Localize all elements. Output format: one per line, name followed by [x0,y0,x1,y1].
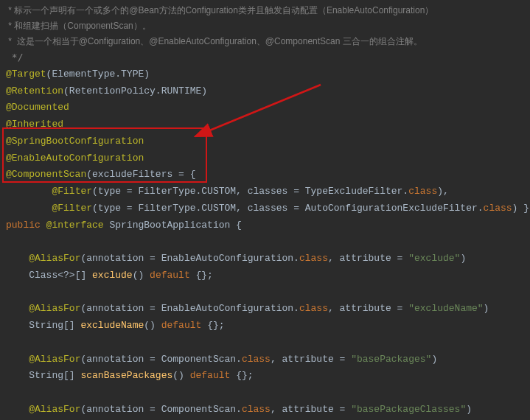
component-scan-annotation: @ComponentScan [6,169,86,180]
enable-autoconfig-line: @EnableAutoConfiguration [6,150,524,167]
aliasfor-annotation-1: @AliasFor [29,253,80,264]
aliasfor-excludename-line: @AliasFor(annotation = EnableAutoConfigu… [6,301,524,318]
comment-line-2: * 和组建扫描（ComponentScan）。 [6,18,524,34]
inherited-annotation: @Inherited [6,119,63,130]
aliasfor-basepackages-line: @AliasFor(annotation = ComponentScan.cla… [6,351,524,368]
enable-autoconfig-annotation: @EnableAutoConfiguration [6,153,144,164]
filter-line-2: @Filter(type = FilterType.CUSTOM, classe… [6,200,524,217]
filter-annotation-1: @Filter [52,186,92,197]
blank-line-4 [6,385,524,402]
component-scan-line: @ComponentScan(excludeFilters = { [6,167,524,183]
target-annotation-line: @Target(ElementType.TYPE) [6,66,524,83]
documented-annotation: @Documented [6,102,69,113]
scanbasepackages-method-line: String[] scanBasePackages() default {}; [6,368,524,385]
aliasfor-basepackageclasses-line: @AliasFor(annotation = ComponentScan.cla… [6,402,524,419]
blank-line-3 [6,335,524,351]
springboot-config-annotation: @SpringBootConfiguration [6,136,144,147]
documented-annotation-line: @Documented [6,99,524,116]
aliasfor-annotation-3: @AliasFor [29,354,80,365]
retention-annotation-line: @Retention(RetentionPolicy.RUNTIME) [6,83,524,100]
aliasfor-exclude-line: @AliasFor(annotation = EnableAutoConfigu… [6,251,524,267]
blank-line [6,234,524,251]
retention-annotation: @Retention [6,85,63,97]
comment-line-4: */ [6,49,524,66]
target-annotation: @Target [6,69,46,80]
comment-line-1: * 标示一个声明有一个或多个的@Bean方法的Configuration类并且触… [6,3,524,18]
aliasfor-annotation-4: @AliasFor [29,404,80,415]
springboot-config-line: @SpringBootConfiguration [6,133,524,150]
aliasfor-annotation-2: @AliasFor [29,303,80,314]
excludename-method-line: String[] excludeName() default {}; [6,318,524,335]
filter-line-1: @Filter(type = FilterType.CUSTOM, classe… [6,183,524,200]
code-block: * 标示一个声明有一个或多个的@Bean方法的Configuration类并且触… [0,3,530,420]
blank-line-2 [6,284,524,301]
interface-declaration-line: public @interface SpringBootApplication … [6,217,524,234]
comment-line-3: * 这是一个相当于@Configuration、@EnableAutoConfi… [6,34,524,49]
exclude-method-line: Class<?>[] exclude() default {}; [6,267,524,284]
filter-annotation-2: @Filter [52,203,92,214]
inherited-annotation-line: @Inherited [6,116,524,133]
